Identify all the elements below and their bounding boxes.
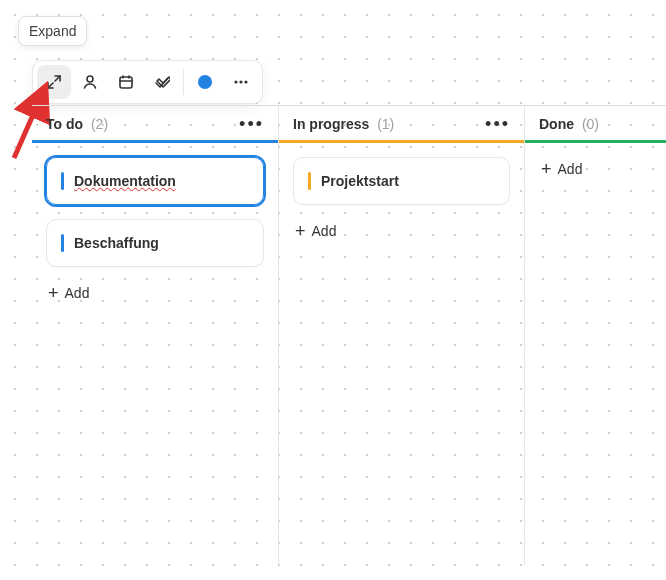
column-count: (2) bbox=[91, 116, 108, 132]
column-count: (0) bbox=[582, 116, 599, 132]
column-menu-button[interactable]: ••• bbox=[239, 117, 264, 131]
more-icon bbox=[232, 74, 250, 90]
card-dokumentation[interactable]: Dokumentation bbox=[46, 157, 264, 205]
person-icon bbox=[82, 74, 98, 90]
card-color-bar bbox=[308, 172, 311, 190]
column-title-wrap: To do (2) bbox=[46, 116, 108, 132]
check-button[interactable] bbox=[145, 65, 179, 99]
add-card-button[interactable]: + Add bbox=[46, 281, 264, 305]
calendar-button[interactable] bbox=[109, 65, 143, 99]
expand-button[interactable] bbox=[37, 65, 71, 99]
card-color-bar bbox=[61, 234, 64, 252]
svg-rect-1 bbox=[120, 77, 132, 88]
expand-icon bbox=[46, 74, 62, 90]
card-title: Dokumentation bbox=[74, 173, 176, 189]
card-title: Projektstart bbox=[321, 173, 399, 189]
column-header-inprogress: In progress (1) ••• bbox=[279, 106, 524, 143]
plus-icon: + bbox=[48, 286, 59, 300]
column-todo: To do (2) ••• Dokumentation Beschaffung … bbox=[32, 106, 278, 565]
color-button[interactable] bbox=[188, 65, 222, 99]
column-title-wrap: In progress (1) bbox=[293, 116, 394, 132]
calendar-icon bbox=[118, 74, 134, 90]
column-title: Done bbox=[539, 116, 574, 132]
card-projektstart[interactable]: Projektstart bbox=[293, 157, 510, 205]
toolbar-separator bbox=[183, 69, 184, 95]
svg-point-0 bbox=[87, 76, 93, 82]
column-count: (1) bbox=[377, 116, 394, 132]
add-label: Add bbox=[65, 285, 90, 301]
plus-icon: + bbox=[295, 224, 306, 238]
expand-tooltip-label: Expand bbox=[29, 23, 76, 39]
add-card-button[interactable]: + Add bbox=[293, 219, 510, 243]
column-header-done: Done (0) bbox=[525, 106, 666, 143]
card-beschaffung[interactable]: Beschaffung bbox=[46, 219, 264, 267]
column-header-todo: To do (2) ••• bbox=[32, 106, 278, 143]
plus-icon: + bbox=[541, 162, 552, 176]
add-card-button[interactable]: + Add bbox=[539, 157, 652, 181]
column-title: To do bbox=[46, 116, 83, 132]
kanban-board: To do (2) ••• Dokumentation Beschaffung … bbox=[32, 105, 666, 565]
card-color-bar bbox=[61, 172, 64, 190]
add-label: Add bbox=[558, 161, 583, 177]
column-title: In progress bbox=[293, 116, 369, 132]
svg-point-2 bbox=[234, 80, 237, 83]
column-body: Projektstart + Add bbox=[279, 143, 524, 257]
column-body: + Add bbox=[525, 143, 666, 195]
column-body: Dokumentation Beschaffung + Add bbox=[32, 143, 278, 319]
person-button[interactable] bbox=[73, 65, 107, 99]
svg-point-3 bbox=[239, 80, 242, 83]
column-inprogress: In progress (1) ••• Projektstart + Add bbox=[278, 106, 524, 565]
column-title-wrap: Done (0) bbox=[539, 116, 599, 132]
card-title: Beschaffung bbox=[74, 235, 159, 251]
add-label: Add bbox=[312, 223, 337, 239]
expand-tooltip: Expand bbox=[18, 16, 87, 46]
check-icon bbox=[154, 74, 170, 90]
toolbar bbox=[32, 60, 263, 104]
more-button[interactable] bbox=[224, 65, 258, 99]
column-menu-button[interactable]: ••• bbox=[485, 117, 510, 131]
svg-point-4 bbox=[244, 80, 247, 83]
column-done: Done (0) + Add bbox=[524, 106, 666, 565]
color-dot-icon bbox=[198, 75, 212, 89]
